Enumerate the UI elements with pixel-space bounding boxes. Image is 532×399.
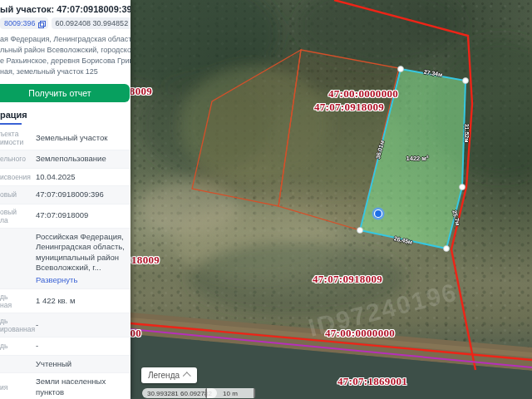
coordinates-chip[interactable]: 60.092408 30.994852 xyxy=(52,17,131,29)
attribute-row: овыйла 47:07:0918009 xyxy=(0,204,131,229)
row-value: - xyxy=(33,341,126,352)
row-value: Земельный участок xyxy=(33,133,126,144)
parcel-title: ый участок: 47:07:0918009:396 xyxy=(0,4,126,14)
cadastral-label: 47:07:0918009 xyxy=(131,254,160,267)
parcel-area-label: 1422 м² xyxy=(406,155,429,162)
cadastral-label: 47:07:1869001 xyxy=(337,375,407,388)
cadastral-id-chip[interactable]: 8009:396 xyxy=(0,17,48,29)
row-label: ельного xyxy=(0,155,33,163)
coordinates-chip-label: 60.092408 30.994852 xyxy=(56,19,129,27)
parcel-address: ая Федерация, Ленинградская область, льн… xyxy=(0,34,126,77)
row-value: Российская Федерация, Ленинградская обла… xyxy=(33,232,126,286)
attribute-row: дьированная - xyxy=(0,313,131,337)
copy-icon[interactable] xyxy=(38,21,44,27)
address-line: ая Федерация, Ленинградская область, xyxy=(0,34,126,45)
cadastral-id-chip-label: 8009:396 xyxy=(4,19,36,27)
edge-length-label: 31.52м xyxy=(464,124,470,143)
sidebar-header: ый участок: 47:07:0918009:396 8009:396 6… xyxy=(0,0,131,125)
parcel-info-sidebar: ый участок: 47:07:0918009:396 8009:396 6… xyxy=(0,0,131,399)
row-value: 47:07:0918009 xyxy=(33,210,126,221)
row-label: дьированная xyxy=(0,317,33,333)
scale-bar: 10 m xyxy=(205,388,255,398)
row-value: 47:07:0918009:396 xyxy=(33,190,126,200)
cadastral-map-app: ID97240196 47:07:0918009 47:00:0000000 4… xyxy=(0,0,532,399)
cadastral-label: 47:00:0000000 xyxy=(328,87,398,101)
expand-link[interactable]: Развернуть xyxy=(36,275,77,286)
attribute-row: ъектаимости Земельный участок xyxy=(0,126,131,150)
cadastral-label: 47:00:0000000 xyxy=(131,327,141,340)
legend-button[interactable]: Легенда xyxy=(141,367,197,383)
address-value: Российская Федерация, Ленинградская обла… xyxy=(36,232,125,273)
row-label: дь xyxy=(0,342,33,350)
row-label: овыйла xyxy=(0,208,33,224)
cadastral-label: 47:00:0000000 xyxy=(325,327,395,340)
address-line: ная, земельный участок 125 xyxy=(0,66,126,77)
chevron-up-icon xyxy=(183,372,191,380)
row-label: ъектаимости xyxy=(0,130,33,146)
address-line: е Рахьинское, деревня Борисова Грива, ул… xyxy=(0,56,126,66)
get-report-button[interactable]: Получить отчет xyxy=(0,84,130,102)
map-canvas[interactable]: ID97240196 47:07:0918009 47:00:0000000 4… xyxy=(131,0,532,399)
row-value: - xyxy=(33,320,126,331)
attribute-row: овый 47:07:0918009:396 xyxy=(0,186,131,204)
active-tab-underline xyxy=(0,123,22,125)
attribute-rows: ъектаимости Земельный участок ельного Зе… xyxy=(0,126,131,399)
attribute-row: исвоения 10.04.2025 xyxy=(0,169,131,187)
row-value: Учтенный xyxy=(33,359,126,370)
row-value: 10.04.2025 xyxy=(33,172,126,183)
attribute-row: Российская Федерация, Ленинградская обла… xyxy=(0,229,131,290)
attribute-row: дьная 1 422 кв. м xyxy=(0,289,131,313)
attribute-row: ельного Землепользование xyxy=(0,150,131,169)
row-label: ия xyxy=(0,383,33,392)
attribute-row: Учтенный xyxy=(0,356,131,374)
row-label: овый xyxy=(0,190,33,199)
tab-information[interactable]: рация xyxy=(0,110,126,120)
row-value: 1 422 кв. м xyxy=(33,296,126,307)
address-line: льный район Всеволожский, городское xyxy=(0,45,126,56)
cadastral-label: 47:07:0918009 xyxy=(314,101,384,114)
location-marker xyxy=(372,208,385,220)
row-value: Землепользование xyxy=(33,154,126,165)
legend-button-label: Легенда xyxy=(148,371,180,380)
header-chips: 8009:396 60.092408 30.994852 xyxy=(0,17,126,29)
cadastral-label: 47:07:0918009 xyxy=(313,273,382,286)
row-label: дьная xyxy=(0,293,33,309)
attribute-row: дь - xyxy=(0,337,131,356)
cadastral-label: 47:07:0918009 xyxy=(131,85,152,98)
attribute-row: ия Земли населенных пунктов xyxy=(0,373,131,399)
row-label: исвоения xyxy=(0,173,33,181)
row-value: Земли населенных пунктов xyxy=(33,377,126,397)
